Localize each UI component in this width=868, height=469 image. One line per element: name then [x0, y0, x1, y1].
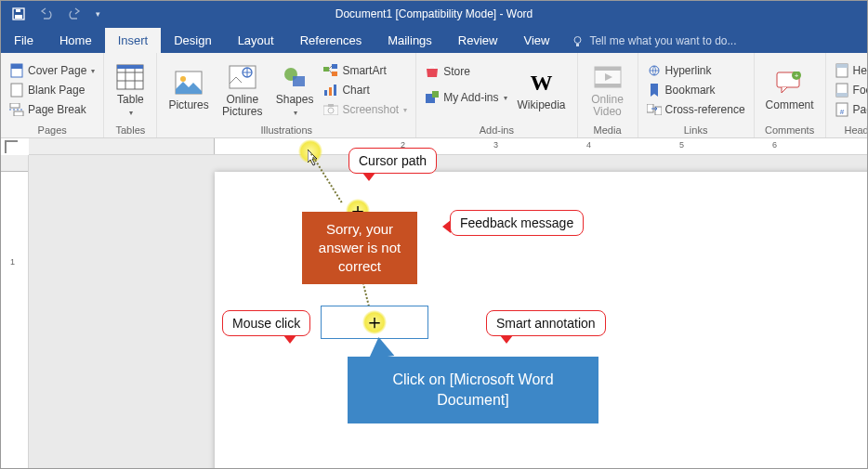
cover-page-icon	[9, 63, 24, 78]
chevron-down-icon: ▾	[294, 109, 297, 117]
pictures-button[interactable]: Pictures	[163, 57, 214, 124]
tab-home[interactable]: Home	[46, 28, 105, 53]
group-label-hf: Header & Footer	[832, 124, 868, 136]
group-links: Hyperlink Bookmark Cross-reference Links	[638, 53, 755, 137]
bookmark-icon	[647, 83, 662, 98]
instruction-tail	[366, 335, 395, 359]
group-label-pages: Pages	[7, 124, 98, 136]
footer-button[interactable]: Footer▾	[832, 81, 868, 99]
group-addins: Store My Add-ins▾ WWikipedia Add-ins	[416, 53, 577, 137]
my-addins-button[interactable]: My Add-ins▾	[422, 88, 509, 107]
crossref-button[interactable]: Cross-reference	[644, 100, 748, 119]
ribbon-tabs: File Home Insert Design Layout Reference…	[1, 27, 867, 53]
header-icon	[835, 63, 849, 78]
shapes-icon	[280, 62, 309, 92]
qat-dropdown-icon[interactable]: ▾	[96, 9, 100, 19]
group-illustrations: Pictures Online Pictures Shapes▾ SmartAr…	[157, 53, 416, 137]
store-icon	[425, 64, 440, 79]
svg-rect-7	[11, 84, 22, 97]
header-button[interactable]: Header▾	[832, 61, 868, 80]
svg-rect-30	[334, 85, 336, 96]
instruction-box: Click on [Microsoft Word Document]	[348, 357, 598, 423]
svg-line-26	[329, 66, 332, 69]
tell-me-label: Tell me what you want to do...	[589, 34, 736, 47]
table-icon	[115, 62, 145, 92]
tab-view[interactable]: View	[510, 28, 562, 53]
svg-rect-38	[595, 84, 621, 87]
ruler-corner-icon	[5, 140, 18, 153]
crossref-icon	[647, 102, 662, 117]
group-label-comments: Comments	[760, 124, 820, 136]
callout-cursor-path: Cursor path	[349, 148, 437, 174]
svg-text:#: #	[839, 108, 844, 116]
tell-me[interactable]: Tell me what you want to do...	[562, 29, 745, 53]
group-comments: +Comment Comments	[755, 53, 826, 137]
redo-icon[interactable]	[68, 7, 83, 20]
pictures-icon	[174, 68, 204, 98]
svg-rect-24	[332, 64, 337, 69]
save-icon[interactable]	[12, 7, 25, 20]
chevron-down-icon: ▾	[403, 106, 407, 114]
tab-references[interactable]: References	[287, 28, 375, 53]
svg-line-27	[329, 70, 332, 73]
svg-rect-48	[836, 93, 848, 97]
comment-button[interactable]: +Comment	[760, 57, 820, 124]
svg-rect-8	[10, 103, 20, 108]
addins-icon	[425, 90, 440, 105]
lightbulb-icon	[572, 35, 584, 47]
undo-icon[interactable]	[38, 7, 55, 20]
shapes-button[interactable]: Shapes▾	[270, 57, 320, 124]
group-label-media: Media	[584, 124, 632, 136]
svg-rect-6	[11, 64, 22, 69]
svg-text:+: +	[794, 72, 798, 80]
page-break-button[interactable]: Page Break	[7, 100, 98, 119]
hyperlink-button[interactable]: Hyperlink	[644, 61, 748, 80]
tab-file[interactable]: File	[1, 28, 46, 53]
group-pages: Cover Page▾ Blank Page Page Break Pages	[1, 53, 104, 137]
tab-mailings[interactable]: Mailings	[375, 28, 445, 53]
svg-rect-2	[16, 9, 20, 12]
chevron-down-icon: ▾	[91, 67, 95, 75]
svg-rect-1	[15, 15, 22, 19]
table-button[interactable]: Table▾	[110, 57, 151, 124]
svg-rect-23	[323, 67, 329, 72]
svg-rect-25	[332, 72, 337, 76]
blank-page-button[interactable]: Blank Page	[7, 81, 98, 99]
wikipedia-button[interactable]: WWikipedia	[512, 57, 572, 124]
ruler-vertical[interactable]: 1	[1, 155, 29, 469]
bookmark-button[interactable]: Bookmark	[644, 81, 748, 99]
ribbon: Cover Page▾ Blank Page Page Break Pages …	[1, 53, 867, 138]
svg-rect-37	[595, 67, 621, 71]
screenshot-button[interactable]: Screenshot▾	[321, 100, 410, 119]
callout-smart-annotation: Smart annotation	[486, 310, 606, 336]
chevron-down-icon: ▾	[129, 109, 133, 117]
tab-layout[interactable]: Layout	[225, 28, 287, 53]
online-pictures-button[interactable]: Online Pictures	[217, 57, 269, 124]
tab-insert[interactable]: Insert	[105, 28, 162, 53]
group-label-illustrations: Illustrations	[163, 124, 410, 136]
svg-rect-22	[293, 76, 305, 86]
svg-rect-28	[324, 90, 327, 96]
wikipedia-icon: W	[527, 68, 557, 98]
tab-review[interactable]: Review	[445, 28, 511, 53]
ruler-horizontal[interactable]: 1 2 3 4 5 6	[29, 138, 867, 155]
title-bar: ▾ Document1 [Compatibility Mode] - Word	[1, 1, 867, 27]
group-media: Online Video Media	[578, 53, 638, 137]
svg-point-3	[574, 36, 581, 43]
page-number-icon: #	[835, 102, 849, 117]
smartart-button[interactable]: SmartArt	[321, 61, 410, 80]
svg-rect-9	[14, 111, 23, 116]
callout-mouse-click: Mouse click	[222, 310, 310, 336]
page-number-button[interactable]: #Page Number▾	[832, 100, 868, 119]
blank-page-icon	[9, 83, 24, 98]
svg-point-18	[180, 76, 186, 82]
store-button[interactable]: Store	[422, 62, 509, 81]
svg-rect-16	[117, 65, 143, 69]
highlight-spot	[362, 310, 387, 334]
smartart-icon	[323, 63, 338, 78]
hyperlink-icon	[647, 63, 662, 78]
tab-design[interactable]: Design	[161, 28, 224, 53]
online-video-button[interactable]: Online Video	[584, 57, 632, 124]
chart-button[interactable]: Chart	[321, 81, 410, 99]
cover-page-button[interactable]: Cover Page▾	[7, 61, 98, 80]
